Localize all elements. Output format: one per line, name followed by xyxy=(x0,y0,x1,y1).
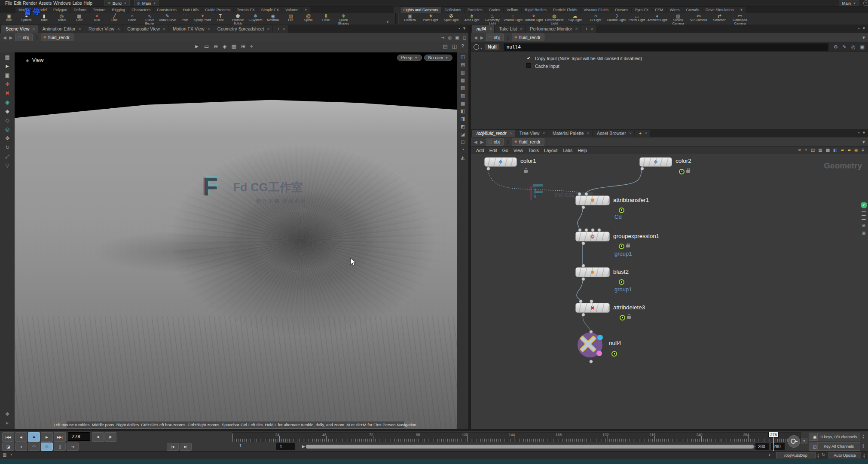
pin-icon[interactable]: ⇥ xyxy=(441,35,444,40)
path-root-chip[interactable]: ⬚ obj xyxy=(15,34,33,41)
caustic-light-tool[interactable]: ☽ Caustic Light xyxy=(606,13,627,22)
playback-end-field[interactable]: 280 xyxy=(755,443,769,450)
help-icon[interactable]: ? xyxy=(461,43,464,49)
network-menu-item[interactable]: View xyxy=(511,148,526,153)
current-frame-field[interactable]: 278 xyxy=(68,432,90,441)
output-dot[interactable] xyxy=(589,360,593,363)
take-dropdown[interactable]: Main▼ xyxy=(839,0,859,6)
tab-close-icon[interactable]: ✕ xyxy=(509,131,512,135)
shelf-tab[interactable]: Deform xyxy=(71,7,90,13)
keys-spinner[interactable]: ▲▼ xyxy=(861,434,865,439)
display-shaded-icon[interactable]: ▦ xyxy=(461,78,465,82)
shelf-tab[interactable]: Oceans xyxy=(612,7,631,13)
realtime-icon[interactable]: ⊙ xyxy=(41,443,53,451)
help-strip-icon[interactable]: ▸ xyxy=(6,420,9,425)
grid-detail-icon[interactable]: ▩ xyxy=(826,148,830,153)
shelf-tab[interactable]: Guide Process xyxy=(202,7,233,13)
display-lights-icon[interactable]: ▨ xyxy=(461,93,465,98)
pane-tab[interactable]: Composite View✕ xyxy=(123,25,168,33)
shelf-tab[interactable]: Characters xyxy=(128,7,153,13)
pane-tab[interactable]: Geometry Spreadsheet✕ xyxy=(213,25,272,33)
shelf-tab[interactable]: Rigging xyxy=(109,7,128,13)
update-mode-dropdown[interactable]: Auto Update xyxy=(828,452,861,458)
environment-light-tool[interactable]: ◍ Environment Light xyxy=(544,13,565,25)
keyall-spinner[interactable]: ▲▼ xyxy=(861,443,865,449)
search-params-icon[interactable]: ◎ xyxy=(851,44,856,50)
output-dot[interactable] xyxy=(581,241,585,245)
spray-paint-tool[interactable]: ✦ Spray Paint xyxy=(194,13,211,22)
color-icon[interactable]: ▰ xyxy=(847,148,851,153)
network-menu-item[interactable]: Add xyxy=(474,148,487,153)
grid-snap-icon[interactable]: ▦ xyxy=(232,43,236,49)
shelf-tab[interactable]: + xyxy=(302,7,310,13)
path-forward-icon[interactable]: ▶ xyxy=(9,35,13,40)
notes-icon[interactable]: ◧ xyxy=(833,148,837,153)
range-left-handle[interactable]: ▶ xyxy=(302,444,305,449)
l-system-tool[interactable]: ❄ L-System xyxy=(247,13,264,22)
path-back-icon[interactable]: ◀ xyxy=(474,35,478,40)
cook-icon[interactable]: ◔ xyxy=(9,452,12,457)
display-clock-icon[interactable]: ◔ xyxy=(462,147,465,152)
draw-curve-tool[interactable]: ✎ Draw Curve xyxy=(159,13,176,22)
shelf-tab[interactable]: Particles xyxy=(465,7,486,13)
global-start-field[interactable]: 1 xyxy=(239,443,242,448)
shelf-tab[interactable]: Terrain FX xyxy=(234,7,258,13)
shelf-tab[interactable]: Wires xyxy=(667,7,683,13)
tab-close-icon[interactable]: ✕ xyxy=(591,27,593,31)
ambient-light-tool[interactable]: ◐ Ambient Light xyxy=(647,13,668,22)
spot-light-tool[interactable]: ✇ Spot Light xyxy=(441,13,462,22)
quick-shapes-tool[interactable]: ❖ Quick Shapes xyxy=(335,13,352,25)
line-tool[interactable]: ╱ Line xyxy=(106,13,123,22)
pane-tab[interactable]: Take List✕ xyxy=(495,25,525,33)
expand-icon[interactable]: ✱ xyxy=(5,412,9,417)
path-pin-caret[interactable]: ▼ xyxy=(862,140,866,144)
target-icon[interactable]: ⌖ xyxy=(250,43,253,49)
file-tool[interactable]: ▤ File xyxy=(282,13,300,22)
menu-item[interactable]: Render xyxy=(22,1,38,6)
snap-icon[interactable]: ◉ xyxy=(5,100,9,105)
pane-layout-icon[interactable]: ▦ xyxy=(5,55,9,60)
splitview-icon[interactable]: ⊞ xyxy=(241,43,245,49)
pane-menu-caret[interactable]: ▼ xyxy=(862,131,866,135)
layout-dropdown[interactable]: ◍ Main▼ xyxy=(134,0,159,6)
global-end-field[interactable]: 280 xyxy=(771,443,785,450)
pane-menu-caret[interactable]: ▼ xyxy=(862,26,866,31)
play-button[interactable]: ▶ xyxy=(41,432,53,442)
rotate-icon[interactable]: ↻ xyxy=(5,145,9,150)
follow-icon[interactable]: ⇥ xyxy=(67,443,79,451)
menu-item[interactable]: Labs xyxy=(72,1,83,6)
display-fog-icon[interactable]: ◩ xyxy=(461,124,465,129)
3d-viewport[interactable]: ◈ View Persp▼ No cam▼ F F F xyxy=(15,52,457,429)
grid-view-icon[interactable]: ▦ xyxy=(818,148,822,153)
camera-tool[interactable]: ▣ Camera xyxy=(400,13,420,22)
curve-bezier-tool[interactable]: ∿ Curve Bezier xyxy=(141,13,159,25)
path-pin-caret[interactable]: ▼ xyxy=(862,35,866,40)
switcher-tool[interactable]: ⇄ Switcher xyxy=(709,13,730,22)
node-color1[interactable]: ❖ xyxy=(484,157,517,167)
shelf-tab[interactable]: Pyro FX xyxy=(632,7,652,13)
volume-light-tool[interactable]: ◌ Volume Light xyxy=(503,13,523,22)
shelf-tab[interactable]: Lights and Cameras xyxy=(400,7,441,13)
jump-start-button[interactable]: |◀ xyxy=(167,443,179,451)
tab-close-icon[interactable]: ✕ xyxy=(575,27,578,31)
tab-close-icon[interactable]: ✕ xyxy=(267,27,269,31)
move-icon[interactable]: ✥ xyxy=(5,136,9,141)
gear-icon[interactable]: ⚙ xyxy=(834,44,838,50)
shelf-tab[interactable]: Simple FX xyxy=(258,7,282,13)
checkbox[interactable] xyxy=(526,63,532,69)
wrench-icon[interactable]: ✕ xyxy=(798,148,801,153)
snap-mode-icon[interactable]: ◈ xyxy=(223,43,226,49)
pane-tab[interactable]: Motion FX View✕ xyxy=(168,25,213,33)
portal-light-tool[interactable]: ⌓ Portal Light xyxy=(627,13,647,22)
stop-button[interactable]: ■ xyxy=(28,432,40,442)
gamepad-camera-tool[interactable]: ▭ Gamepad Camera xyxy=(730,13,750,25)
shelf-tab[interactable]: Grains xyxy=(486,7,504,13)
display-flag[interactable] xyxy=(597,335,603,340)
shelf-tab[interactable]: + xyxy=(737,7,746,13)
font-tool[interactable]: T Font xyxy=(211,13,229,22)
path-root-chip[interactable]: ⬚ obj xyxy=(486,138,504,146)
output-dot[interactable] xyxy=(581,313,585,317)
grid-tool[interactable]: ▦ Grid xyxy=(70,13,88,22)
timeline-ruler[interactable]: 124487296120144168192216240264 278 xyxy=(232,432,801,442)
paint-icon[interactable]: ✚ xyxy=(5,82,9,87)
